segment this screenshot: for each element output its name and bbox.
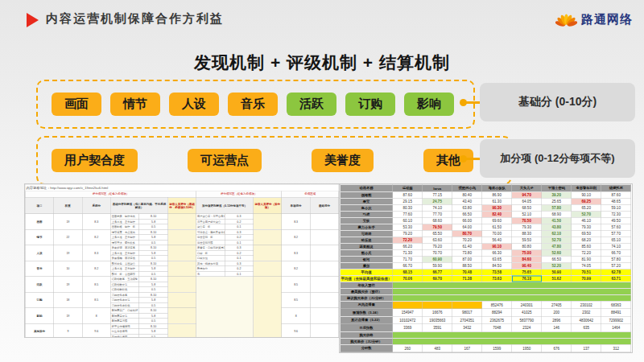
sheet-cell: 80.30 bbox=[393, 204, 423, 211]
sheet-cell: 巧虎 bbox=[340, 211, 393, 217]
logo-fan-icon bbox=[555, 10, 577, 29]
sheet-cell: 85.60 bbox=[572, 243, 601, 249]
sheet-cell: 73.63 bbox=[482, 275, 512, 282]
sheet-cell: 平博士密码 bbox=[542, 184, 572, 191]
sheet-cell bbox=[310, 277, 338, 293]
sheet-cell: 80.70 bbox=[452, 230, 482, 237]
sheet-cell: 57.80 bbox=[542, 204, 572, 211]
sheet-cell: 1950 bbox=[512, 344, 542, 352]
sheet-cell: 79.30 bbox=[512, 224, 542, 230]
sheet-cell: 运营人员评分（加分项） bbox=[254, 197, 282, 214]
sheet-cell: 61.40 bbox=[452, 243, 482, 249]
sheet-cell: 60.90 bbox=[423, 256, 452, 262]
sheet-cell: 59.50 bbox=[512, 237, 542, 243]
sheet-cell: 63.65 bbox=[482, 256, 512, 262]
sheet-cell: 音乐 bbox=[25, 261, 53, 277]
sheet-cell: 70.99 bbox=[572, 275, 601, 282]
sheet-cell: 312 bbox=[601, 344, 631, 352]
sheet-cell bbox=[393, 331, 631, 338]
sheet-cell bbox=[310, 229, 338, 245]
sheet-cell: 可路路 bbox=[340, 230, 393, 237]
sheet-cell: 8.2 bbox=[282, 229, 310, 245]
sheet-cell bbox=[254, 245, 282, 261]
sheet-cell bbox=[167, 245, 196, 261]
sheet-cell: 9 bbox=[54, 323, 82, 338]
sheet-cell bbox=[393, 288, 631, 294]
sheet-cell: 大头儿子 bbox=[512, 184, 542, 191]
sheet-cell: 9.6 bbox=[82, 323, 110, 338]
sheet-cell: 18 bbox=[54, 292, 82, 308]
rating-table: 内容观看地址：http://www.iqiyi.com/v_19mn2ku6.h… bbox=[25, 184, 339, 338]
tag-yinyue: 音乐 bbox=[228, 93, 278, 116]
sheet-cell: larva bbox=[423, 184, 452, 191]
sheet-cell: 8.5 bbox=[82, 292, 110, 308]
sheet-cell: 62.10 bbox=[542, 230, 572, 237]
tag-keyunyingdian: 可运营点 bbox=[188, 149, 262, 172]
sheet-cell: 52.70 bbox=[542, 237, 572, 243]
sheet-cell: 49.50 bbox=[601, 217, 631, 224]
sheet-cell: 90.10 bbox=[482, 243, 512, 249]
sheet-cell: 41025 bbox=[512, 309, 542, 317]
sheet-cell: 57.60 bbox=[601, 224, 631, 230]
sheet-cell: 活跃 bbox=[25, 277, 53, 293]
sheet-cell: 8.2 bbox=[282, 261, 310, 277]
sheet-cell: 46.10 bbox=[572, 217, 601, 224]
sheet-cell: 50.90 bbox=[542, 269, 572, 275]
sheet-cell: 百度指数 bbox=[340, 324, 393, 332]
base-score-group: 画面 情节 人设 音乐 活跃 订购 影响 bbox=[36, 80, 475, 129]
logo: 路通网络 bbox=[555, 10, 633, 29]
sheet-cell: 7048 bbox=[482, 324, 512, 332]
sheet-cell bbox=[167, 261, 196, 277]
sheet-cell: 果宝 bbox=[340, 198, 393, 204]
sheet-cell: 57.70 bbox=[601, 230, 631, 237]
sheet-cell: 29.15 bbox=[393, 198, 423, 204]
sheet-cell: 676 bbox=[542, 344, 572, 352]
sheet-cell bbox=[310, 261, 338, 277]
sheet-cell: 0-5 bbox=[139, 334, 167, 338]
sheet-cell: 1599 bbox=[482, 344, 512, 352]
sheet-cell: 63.60 bbox=[423, 237, 452, 243]
sheet-cell: 79.20 bbox=[423, 243, 452, 249]
sheet-cell bbox=[310, 323, 338, 338]
sheet-cell: 变形警车珀利 bbox=[572, 184, 601, 191]
sheet-cell bbox=[167, 277, 196, 293]
tag-qingjie: 情节 bbox=[110, 93, 160, 116]
sheet-cell: 61.30 bbox=[482, 198, 512, 204]
sheet-cell: 51.62 bbox=[542, 275, 572, 282]
sheet-cell: 68.20 bbox=[572, 237, 601, 243]
connector-line bbox=[465, 158, 481, 160]
sheet-cell: 3591 bbox=[423, 324, 452, 332]
sheet-cell: 倒霉熊 bbox=[340, 191, 393, 198]
bonus-score-group: 用户契合度 可运营点 美誉度 其他 bbox=[36, 136, 512, 185]
sheet-cell: 19035663 bbox=[423, 316, 452, 324]
sheet-cell: 22 bbox=[54, 229, 82, 245]
sheet-cell: 65.20 bbox=[572, 204, 601, 211]
sheet-cell: 98017 bbox=[452, 309, 482, 317]
sheet-cell: 66.70 bbox=[601, 249, 631, 256]
sheet-cell: 82.40 bbox=[482, 211, 512, 217]
sheet-cell: 79.50 bbox=[423, 224, 452, 230]
sheet-cell: 75.00 bbox=[512, 249, 542, 256]
sheet-cell: 70.20 bbox=[452, 237, 482, 243]
sheet-cell: 52.10 bbox=[512, 211, 542, 217]
sheet-cell: 25.65 bbox=[542, 198, 572, 204]
sheet-cell: 77.60 bbox=[393, 211, 423, 217]
sheet-cell bbox=[452, 301, 482, 309]
sheet-cell: 57.20 bbox=[601, 262, 631, 269]
sheet-cell: 87.60 bbox=[601, 191, 631, 198]
sheet-cell: 81.90 bbox=[572, 256, 601, 262]
sheet-cell: 87.00 bbox=[452, 256, 482, 262]
sheet-cell: 熊小兵 bbox=[340, 249, 393, 256]
sheet-cell: 57.80 bbox=[601, 256, 631, 262]
sheet-cell: 4830642 bbox=[572, 316, 601, 324]
sheet-cell: 系统分 bbox=[82, 197, 110, 214]
sheet-cell: 1464 bbox=[601, 324, 631, 332]
sheet-cell: 最终得分 bbox=[310, 197, 338, 214]
sheet-cell: 19 bbox=[54, 308, 82, 324]
sheet-cell: 66.20 bbox=[393, 243, 423, 249]
sheet-cell: 内容观看地址：http://www.iqiyi.com/v_19mn2ku6.h… bbox=[25, 184, 339, 191]
sheet-cell: 90.30 bbox=[482, 204, 512, 211]
sheet-cell: 8.2 bbox=[82, 229, 110, 245]
sheet-cell: 银河 bbox=[340, 256, 393, 262]
sheet-cell: 72.20 bbox=[393, 237, 423, 243]
